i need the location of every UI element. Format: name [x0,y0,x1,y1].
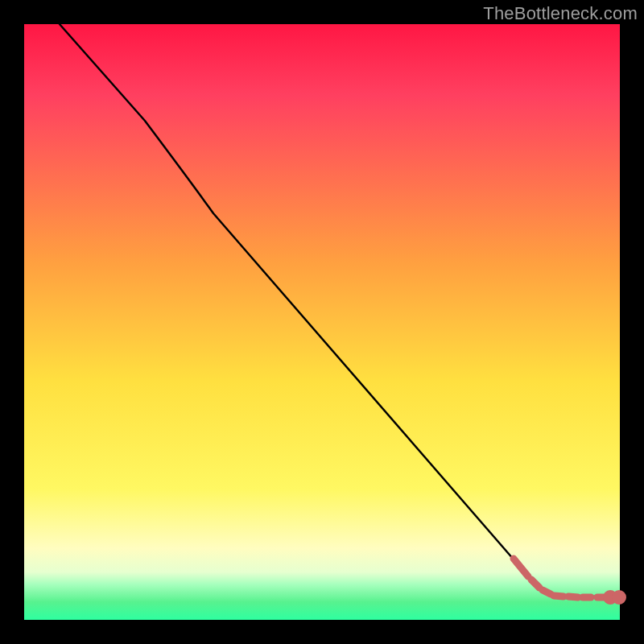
watermark-label: TheBottleneck.com [483,3,638,24]
plot-svg [24,24,620,620]
main-curve [60,24,620,597]
svg-point-8 [616,594,623,601]
svg-line-3 [554,596,564,597]
svg-line-4 [568,597,578,597]
marker-cluster [514,559,623,601]
svg-line-0 [514,559,528,576]
chart-stage: TheBottleneck.com [0,0,644,644]
svg-line-2 [543,590,551,594]
svg-line-1 [531,580,539,588]
plot-area [24,24,620,620]
